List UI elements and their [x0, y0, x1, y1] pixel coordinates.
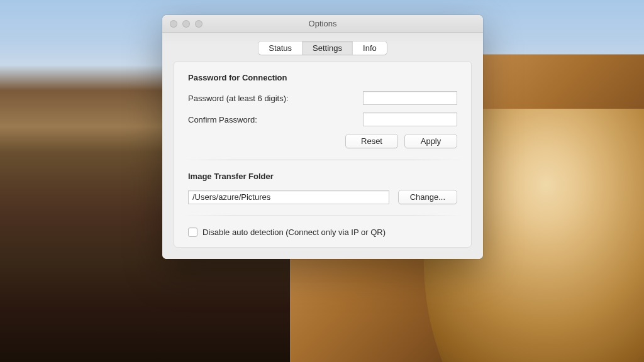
- window-title: Options: [162, 19, 483, 28]
- settings-panel: Password for Connection Password (at lea…: [174, 61, 472, 248]
- tabs-segmented-control: Status Settings Info: [258, 41, 387, 55]
- minimize-icon[interactable]: [182, 20, 190, 28]
- change-folder-button[interactable]: Change...: [398, 190, 457, 204]
- tab-status[interactable]: Status: [258, 41, 303, 55]
- reset-button[interactable]: Reset: [345, 134, 398, 148]
- confirm-password-input[interactable]: [363, 112, 457, 126]
- password-label: Password (at least 6 digits):: [188, 94, 363, 103]
- disable-auto-detection-label: Disable auto detection (Connect only via…: [203, 228, 386, 237]
- close-icon[interactable]: [170, 20, 177, 28]
- window-titlebar[interactable]: Options: [162, 15, 483, 33]
- window-body: Status Settings Info Password for Connec…: [162, 33, 483, 259]
- password-input[interactable]: [363, 91, 457, 105]
- tab-info[interactable]: Info: [353, 41, 387, 55]
- disable-auto-detection-checkbox[interactable]: [188, 228, 197, 237]
- tab-settings[interactable]: Settings: [303, 41, 353, 55]
- section-divider: [183, 216, 462, 216]
- password-section-title: Password for Connection: [188, 73, 457, 82]
- zoom-icon[interactable]: [195, 20, 203, 28]
- apply-button[interactable]: Apply: [404, 134, 457, 148]
- confirm-password-label: Confirm Password:: [188, 115, 363, 124]
- options-window: Options Status Settings Info Password fo…: [162, 15, 483, 259]
- traffic-lights: [162, 20, 203, 28]
- section-divider: [183, 160, 462, 160]
- folder-path-input[interactable]: [188, 190, 389, 204]
- folder-section-title: Image Transfer Folder: [188, 172, 457, 181]
